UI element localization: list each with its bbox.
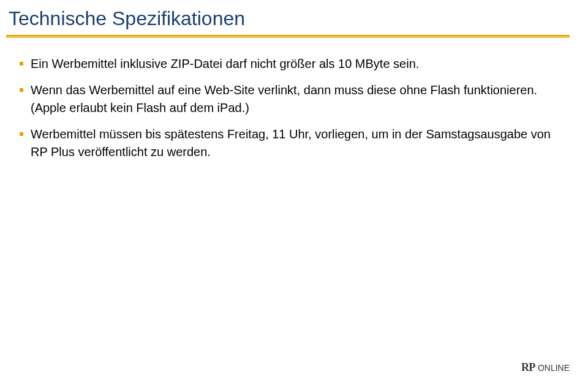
bullet-text: Ein Werbemittel inklusive ZIP-Datei darf… bbox=[31, 55, 564, 73]
logo-rp-text: RP bbox=[521, 361, 535, 374]
footer-logo: RP ONLINE bbox=[521, 361, 570, 374]
logo-online-text: ONLINE bbox=[538, 363, 570, 373]
content-area: Ein Werbemittel inklusive ZIP-Datei darf… bbox=[6, 55, 570, 161]
bullet-marker-icon bbox=[20, 132, 23, 136]
bullet-text: Wenn das Werbemittel auf eine Web-Site v… bbox=[31, 81, 564, 117]
bullet-marker-icon bbox=[20, 88, 23, 92]
bullet-item: Werbemittel müssen bis spätestens Freita… bbox=[20, 125, 564, 161]
bullet-item: Wenn das Werbemittel auf eine Web-Site v… bbox=[20, 81, 564, 117]
title-underline bbox=[6, 35, 570, 38]
slide-container: Technische Spezifikationen Ein Werbemitt… bbox=[0, 0, 588, 385]
page-title: Technische Spezifikationen bbox=[6, 7, 570, 30]
bullet-item: Ein Werbemittel inklusive ZIP-Datei darf… bbox=[20, 55, 564, 73]
bullet-text: Werbemittel müssen bis spätestens Freita… bbox=[31, 125, 564, 161]
bullet-marker-icon bbox=[20, 62, 23, 65]
